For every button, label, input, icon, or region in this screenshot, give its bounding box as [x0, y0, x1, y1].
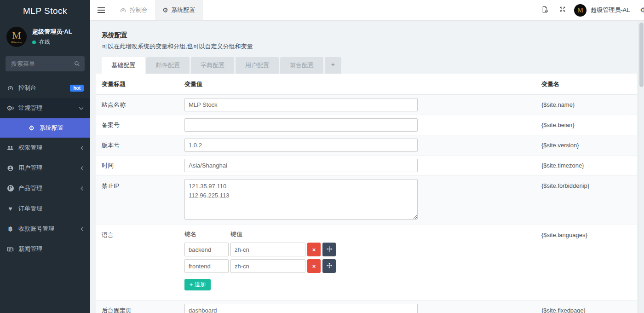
config-tab[interactable]: 邮件配置 [146, 57, 190, 74]
config-row: 站点名称{$site.name} [96, 95, 637, 115]
user-status: 在线 [32, 38, 72, 46]
page-title: 系统配置 [96, 26, 637, 40]
sidebar-item-news[interactable]: 新闻管理 [0, 239, 90, 259]
kv-key-input[interactable] [184, 243, 229, 256]
sidebar-item-product[interactable]: P产品管理 [0, 178, 90, 198]
sidebar-item-user[interactable]: 用户管理 [0, 158, 90, 178]
row-variable-name: {$site.beian} [541, 118, 637, 132]
bitcoin-icon: ฿ [6, 226, 14, 232]
row-variable-name: {$site.forbiddenip} [541, 179, 637, 192]
config-input[interactable] [184, 98, 418, 111]
config-tab[interactable]: 基础配置 [102, 57, 145, 74]
add-tab-button[interactable]: + [325, 57, 341, 74]
topbar-tab-gear[interactable]: ⚙系统配置 [155, 0, 203, 20]
config-input[interactable] [184, 139, 418, 152]
sidebar-item-users[interactable]: 权限管理 [0, 138, 90, 158]
sidebar-item-label: 订单管理 [18, 204, 84, 213]
topbar-tab-label: 系统配置 [172, 6, 196, 14]
sidebar-item-label: 控制台 [18, 84, 70, 92]
kv-key-input[interactable] [184, 259, 229, 273]
row-title: 时间 [102, 159, 184, 172]
config-group-tabs: 基础配置邮件配置字典配置用户配置前台配置+ [96, 57, 637, 74]
sidebar-item-label: 常规管理 [18, 104, 79, 112]
row-value [184, 159, 541, 172]
clear-cache-button[interactable] [536, 0, 554, 21]
col-header-title: 变量标题 [102, 80, 184, 88]
kv-value-input[interactable] [230, 259, 305, 273]
fullscreen-button[interactable] [554, 0, 571, 21]
sidebar-item-cogs[interactable]: ⚙⚙常规管理 [0, 98, 90, 118]
cogs-icon: ⚙⚙ [6, 105, 14, 111]
hot-badge: hot [70, 85, 84, 92]
sidebar-item-gear[interactable]: ⚙系统配置 [0, 118, 90, 138]
topbar-tab-label: 控制台 [130, 6, 148, 14]
chevron-left-icon [80, 145, 84, 151]
search-icon [74, 60, 80, 69]
config-input[interactable] [184, 304, 418, 313]
row-variable-name: {$site.fixedpage} [541, 304, 637, 313]
move-button[interactable] [322, 243, 336, 256]
avatar: M Millennium [6, 27, 27, 47]
users-icon [6, 145, 14, 151]
delete-button[interactable]: × [307, 259, 321, 273]
sidebar-item-order[interactable]: ♥订单管理 [0, 198, 90, 219]
col-header-value: 变量值 [184, 80, 541, 88]
move-button[interactable] [322, 259, 336, 273]
row-variable-name: {$site.languages} [541, 228, 637, 242]
config-row: 禁止IP{$site.forbiddenip} [96, 176, 637, 225]
col-header-name: 变量名 [541, 80, 637, 88]
config-input[interactable] [184, 159, 418, 172]
sidebar-item-bitcoin[interactable]: ฿收款账号管理 [0, 219, 90, 239]
row-title: 后台固定页 [102, 304, 184, 313]
config-panel: 系统配置 可以在此增改系统的变量和分组,也可以自定义分组和变量 基础配置邮件配置… [96, 26, 637, 313]
sidebar-toggle-button[interactable] [90, 0, 112, 20]
chevron-left-icon [80, 226, 84, 232]
config-input[interactable] [184, 118, 418, 132]
kv-key-header: 键名 [184, 230, 230, 238]
kv-row: × [184, 243, 541, 256]
row-variable-name: {$site.version} [541, 139, 637, 152]
row-title: 禁止IP [102, 179, 184, 192]
kv-value-header: 键值 [230, 230, 242, 238]
row-value [184, 139, 541, 152]
search-input[interactable] [6, 56, 85, 71]
user-status-label: 在线 [39, 38, 50, 46]
app-brand: MLP Stock [0, 0, 90, 22]
delete-button[interactable]: × [307, 243, 321, 256]
row-value [184, 98, 541, 111]
config-row: 备案号{$site.beian} [96, 115, 637, 135]
row-title: 备案号 [102, 118, 184, 132]
kv-value-input[interactable] [230, 243, 305, 256]
row-variable-name: {$site.timezone} [541, 159, 637, 172]
config-tab[interactable]: 字典配置 [191, 57, 234, 74]
gear-icon: ⚙ [162, 6, 168, 14]
topbar-tab-dashboard[interactable]: 控制台 [112, 0, 155, 20]
config-row: 时间{$site.timezone} [96, 156, 637, 176]
hamburger-icon [98, 7, 105, 13]
dashboard-icon [6, 85, 14, 92]
append-button[interactable]: +追加 [184, 279, 211, 290]
sidebar-item-dashboard[interactable]: 控制台hot [0, 78, 90, 98]
topbar-user-name[interactable]: 超级管理员-AL [591, 6, 630, 14]
topbar-avatar[interactable]: M [574, 4, 586, 17]
config-textarea[interactable] [184, 179, 418, 220]
row-value [184, 118, 541, 132]
sidebar-item-label: 系统配置 [40, 124, 84, 132]
plus-icon: + [190, 282, 193, 288]
config-tab[interactable]: 前台配置 [280, 57, 323, 74]
fullscreen-icon [559, 6, 566, 14]
sidebar-item-label: 收款账号管理 [18, 225, 80, 233]
config-tab[interactable]: 用户配置 [236, 57, 279, 74]
chevron-left-icon [80, 166, 84, 171]
sidebar-menu: 控制台hot⚙⚙常规管理⚙系统配置权限管理用户管理P产品管理♥订单管理฿收款账号… [0, 78, 90, 259]
scrollbar-thumb[interactable] [639, 23, 644, 87]
sidebar-item-label: 新闻管理 [18, 245, 84, 253]
topbar-settings-icon[interactable]: ⚙⚙ [640, 6, 644, 14]
vertical-scrollbar[interactable] [638, 21, 644, 313]
clear-cache-icon [541, 6, 548, 15]
topbar: 控制台⚙系统配置 M 超级管理员-AL ⚙⚙ [90, 0, 644, 21]
order-icon: ♥ [6, 205, 14, 212]
sidebar-item-label: 用户管理 [18, 164, 80, 172]
kv-headers: 键名键值 [184, 230, 541, 238]
kv-row: × [184, 259, 541, 273]
